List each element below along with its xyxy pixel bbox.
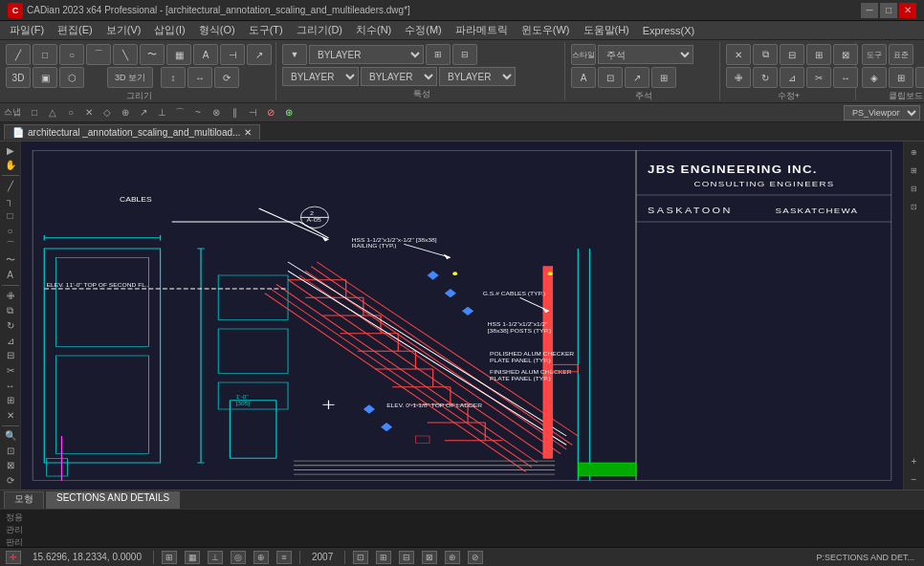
snap-extension[interactable]: ⊣ bbox=[244, 105, 261, 120]
tool-text[interactable]: A bbox=[2, 269, 19, 283]
tool-arc[interactable]: ⌒ bbox=[2, 238, 19, 252]
status-grid-btn[interactable]: ▦ bbox=[185, 551, 200, 564]
status-icon6[interactable]: ⊘ bbox=[468, 551, 483, 564]
snap-tangent[interactable]: ⌒ bbox=[171, 105, 188, 120]
minimize-button[interactable]: ─ bbox=[861, 3, 878, 18]
tb-polyline[interactable]: ╲ bbox=[113, 44, 138, 65]
menu-file[interactable]: 파일(F) bbox=[4, 21, 50, 39]
tb-circle[interactable]: ○ bbox=[59, 44, 84, 65]
tb-annot3[interactable]: ↗ bbox=[625, 67, 649, 88]
menu-edit[interactable]: 편집(E) bbox=[52, 21, 99, 39]
tb-view2[interactable]: ⊞ bbox=[889, 67, 913, 88]
tool-circle[interactable]: ○ bbox=[2, 224, 19, 238]
tb-3d[interactable]: 3D bbox=[6, 67, 31, 88]
canvas-area[interactable]: JBS ENGINEERING INC. CONSULTING ENGINEER… bbox=[21, 142, 903, 490]
tool-select[interactable]: ▶ bbox=[2, 143, 19, 158]
status-lineweight-btn[interactable]: ≡ bbox=[276, 551, 292, 564]
tool-polyline[interactable]: ┐ bbox=[2, 194, 19, 208]
tb-3dview[interactable]: 3D 보기 bbox=[107, 67, 153, 88]
menu-window[interactable]: 윈도우(W) bbox=[516, 21, 576, 39]
tb-offset[interactable]: ⊞ bbox=[806, 44, 831, 65]
menu-dim[interactable]: 치수(N) bbox=[350, 21, 397, 39]
tb-style[interactable]: 스타일 bbox=[571, 44, 596, 65]
tool-rect[interactable]: □ bbox=[2, 208, 19, 223]
snap-center[interactable]: ○ bbox=[62, 105, 79, 120]
tb-express2[interactable]: 표준 bbox=[889, 44, 913, 65]
tool-move[interactable]: ✙ bbox=[2, 289, 19, 303]
tb-3dsolid[interactable]: ▣ bbox=[33, 67, 57, 88]
tool-zoom-window[interactable]: ⊡ bbox=[2, 444, 19, 458]
menu-view[interactable]: 보기(V) bbox=[100, 21, 147, 39]
tb-erase[interactable]: ✕ bbox=[726, 44, 751, 65]
rp-ortho[interactable]: ⊟ bbox=[906, 180, 923, 197]
snap-intersection[interactable]: ⊕ bbox=[117, 105, 134, 120]
tb-annot2[interactable]: ⊡ bbox=[598, 67, 623, 88]
tb-spline[interactable]: 〜 bbox=[140, 44, 165, 65]
tool-regen[interactable]: ⟳ bbox=[2, 473, 19, 488]
tool-pan[interactable]: ✋ bbox=[2, 159, 19, 173]
menu-param[interactable]: 파라메트릭 bbox=[450, 21, 514, 39]
tb-render[interactable]: ◈ bbox=[862, 67, 887, 88]
tb-scale[interactable]: ⊿ bbox=[780, 67, 804, 88]
tool-scale[interactable]: ⊿ bbox=[2, 334, 19, 348]
layer-dropdown[interactable]: BYLAYER bbox=[309, 45, 424, 64]
tb-pos2[interactable]: ↔ bbox=[187, 67, 212, 88]
tb-extend[interactable]: ↔ bbox=[833, 67, 858, 88]
tb-rect[interactable]: □ bbox=[33, 44, 57, 65]
status-icon4[interactable]: ⊠ bbox=[422, 551, 437, 564]
color-dropdown[interactable]: BYLAYER bbox=[282, 67, 359, 86]
rp-grid[interactable]: ⊞ bbox=[906, 162, 923, 179]
tb-annot1[interactable]: A bbox=[571, 67, 596, 88]
viewport-dropdown[interactable]: PS_Viewport bbox=[844, 105, 920, 120]
tb-leader[interactable]: ↗ bbox=[247, 44, 272, 65]
maximize-button[interactable]: □ bbox=[880, 3, 897, 18]
tool-erase[interactable]: ✕ bbox=[2, 408, 19, 423]
status-snap-btn[interactable]: ⊞ bbox=[162, 551, 177, 564]
tb-layer[interactable]: ▼ bbox=[282, 44, 307, 65]
tool-mirror[interactable]: ⊟ bbox=[2, 349, 19, 363]
cad-drawing[interactable]: JBS ENGINEERING INC. CONSULTING ENGINEER… bbox=[21, 142, 903, 490]
status-icon2[interactable]: ⊞ bbox=[376, 551, 391, 564]
tb-layer-props[interactable]: ⊞ bbox=[426, 44, 451, 65]
tb-move[interactable]: ✙ bbox=[726, 67, 751, 88]
tb-line[interactable]: ╱ bbox=[6, 44, 31, 65]
tb-arc[interactable]: ⌒ bbox=[86, 44, 111, 65]
snap-quadrant[interactable]: ◇ bbox=[99, 105, 116, 120]
rp-polar[interactable]: ⊡ bbox=[906, 198, 923, 215]
status-icon3[interactable]: ⊟ bbox=[399, 551, 414, 564]
tb-navsvc[interactable]: ⊡ bbox=[915, 67, 924, 88]
tab-model[interactable]: 모형 bbox=[4, 491, 44, 509]
snap-clear[interactable]: ⊘ bbox=[262, 105, 279, 120]
status-icon1[interactable]: ⊡ bbox=[353, 551, 368, 564]
tool-spline[interactable]: 〜 bbox=[2, 253, 19, 268]
tool-offset[interactable]: ⊞ bbox=[2, 393, 19, 407]
tool-trim[interactable]: ✂ bbox=[2, 363, 19, 378]
snap-perp[interactable]: ⊥ bbox=[153, 105, 170, 120]
lineweight-dropdown[interactable]: BYLAYER bbox=[439, 67, 516, 86]
tb-rotate[interactable]: ↻ bbox=[753, 67, 778, 88]
tb-trim[interactable]: ✂ bbox=[806, 67, 831, 88]
tb-mesh[interactable]: ⬡ bbox=[59, 67, 84, 88]
tb-pos3[interactable]: ⟳ bbox=[214, 67, 239, 88]
file-tab-close[interactable]: ✕ bbox=[244, 127, 252, 138]
tb-text[interactable]: A bbox=[193, 44, 218, 65]
rp-zoom-in[interactable]: + bbox=[906, 452, 923, 469]
linetype-dropdown[interactable]: BYLAYER bbox=[361, 67, 437, 86]
menu-help[interactable]: 도움말(H) bbox=[578, 21, 635, 39]
menu-modify[interactable]: 수정(M) bbox=[399, 21, 448, 39]
tb-hatch[interactable]: ▦ bbox=[166, 44, 191, 65]
active-file-tab[interactable]: 📄 architectural _annotation_scaling_and_… bbox=[4, 124, 260, 140]
tool-zoom-extent[interactable]: ⊠ bbox=[2, 459, 19, 473]
snap-midpoint[interactable]: △ bbox=[44, 105, 61, 120]
status-icon5[interactable]: ⊛ bbox=[445, 551, 460, 564]
snap-nearest[interactable]: ~ bbox=[189, 105, 207, 120]
menu-tools[interactable]: 도구(T) bbox=[243, 21, 289, 39]
tool-rotate[interactable]: ↻ bbox=[2, 318, 19, 333]
tb-matchprop[interactable]: ⊟ bbox=[452, 44, 477, 65]
snap-all[interactable]: ⊛ bbox=[280, 105, 297, 120]
menu-format[interactable]: 형식(O) bbox=[193, 21, 241, 39]
rp-snap[interactable]: ⊕ bbox=[906, 143, 923, 161]
rp-zoom-out[interactable]: − bbox=[906, 470, 923, 488]
menu-insert[interactable]: 삽입(I) bbox=[148, 21, 190, 39]
tb-annot4[interactable]: ⊞ bbox=[651, 67, 676, 88]
